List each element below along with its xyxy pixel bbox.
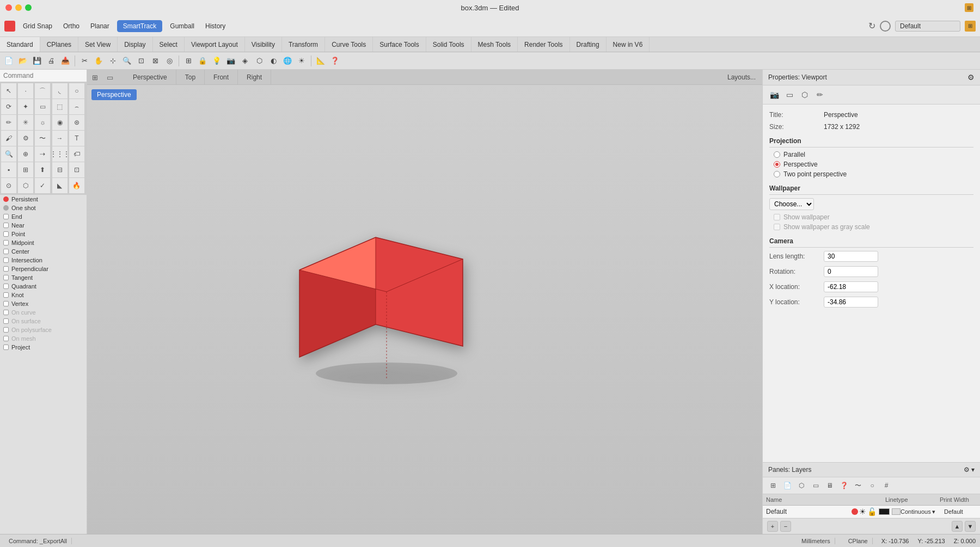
snap-knot[interactable]: Knot bbox=[0, 291, 87, 299]
paint-tool[interactable]: 🖌 bbox=[1, 131, 16, 146]
cube-tool[interactable]: ▪ bbox=[1, 162, 16, 177]
menu-tab-select[interactable]: Select bbox=[153, 37, 185, 52]
layouts-button[interactable]: Layouts... bbox=[721, 70, 762, 84]
curve2-tool[interactable]: 〜 bbox=[35, 131, 50, 146]
grid-icon[interactable]: ⊞ bbox=[182, 54, 195, 67]
panel-toggle-right[interactable]: ⊞ bbox=[965, 21, 976, 32]
menu-tab-setview[interactable]: Set View bbox=[78, 37, 118, 52]
minimize-button[interactable] bbox=[15, 4, 22, 11]
menu-tab-solid-tools[interactable]: Solid Tools bbox=[426, 37, 471, 52]
vp-tab-right[interactable]: Right bbox=[238, 70, 271, 84]
nodes-tool[interactable]: ⊕ bbox=[18, 146, 33, 162]
toolbar-smarttrack[interactable]: SmartTrack bbox=[117, 20, 163, 32]
snap-oncurve[interactable]: On curve bbox=[0, 308, 87, 317]
tag-tool[interactable]: 🏷 bbox=[69, 146, 84, 162]
menu-tab-surface-tools[interactable]: Surface Tools bbox=[373, 37, 426, 52]
layers-settings-icon[interactable]: ⚙ ▾ bbox=[964, 466, 975, 474]
trim-tool[interactable]: ◣ bbox=[52, 178, 68, 193]
snap-point[interactable]: Point bbox=[0, 230, 87, 238]
menu-tab-mesh-tools[interactable]: Mesh Tools bbox=[471, 37, 518, 52]
layer-box-icon[interactable]: ▭ bbox=[810, 480, 822, 491]
explode-tool[interactable]: ⇢ bbox=[35, 146, 50, 162]
arc-tool[interactable]: ⌢ bbox=[69, 99, 84, 114]
star-tool[interactable]: ✳ bbox=[18, 115, 33, 130]
snap-vertex[interactable]: Vertex bbox=[0, 299, 87, 308]
refresh-icon[interactable]: ↻ bbox=[868, 21, 875, 31]
table-tool[interactable]: ⊟ bbox=[52, 162, 68, 177]
command-field[interactable] bbox=[3, 72, 83, 79]
layer-hash-icon[interactable]: # bbox=[880, 480, 892, 491]
close-button[interactable] bbox=[5, 4, 12, 11]
zoom-all-icon[interactable]: ⊠ bbox=[149, 54, 162, 67]
search2-tool[interactable]: 🔍 bbox=[1, 146, 16, 162]
camera-prop-icon[interactable]: 📷 bbox=[768, 89, 780, 101]
rotation-input[interactable] bbox=[824, 266, 878, 277]
menu-tab-standard[interactable]: Standard bbox=[0, 37, 40, 52]
render-preview-icon[interactable]: ⬡ bbox=[253, 54, 266, 67]
torus-tool[interactable]: ⊛ bbox=[69, 115, 84, 130]
grid2-tool[interactable]: ⊡ bbox=[69, 162, 84, 177]
zoom-icon[interactable]: 🔍 bbox=[120, 54, 133, 67]
measure-icon[interactable]: 📐 bbox=[314, 54, 327, 67]
vp-tab-top[interactable]: Top bbox=[176, 70, 205, 84]
snap-perpendicular[interactable]: Perpendicular bbox=[0, 265, 87, 273]
select-icon[interactable]: ⊹ bbox=[106, 54, 119, 67]
lens-input[interactable] bbox=[824, 251, 878, 262]
push-tool[interactable]: ⬡ bbox=[18, 178, 33, 193]
viewport-box-icon[interactable]: ▭ bbox=[102, 70, 118, 85]
columns-tool[interactable]: ⋮⋮⋮ bbox=[52, 146, 68, 162]
snap-project[interactable]: Project bbox=[0, 343, 87, 352]
lock-icon[interactable]: 🔒 bbox=[196, 54, 209, 67]
select-tool[interactable]: ↖ bbox=[1, 83, 16, 99]
snap-intersection[interactable]: Intersection bbox=[0, 256, 87, 265]
dot-tool[interactable]: ⊙ bbox=[1, 178, 16, 193]
cube-prop-icon[interactable]: ⬡ bbox=[799, 89, 811, 101]
layer-curve-icon[interactable]: 〜 bbox=[852, 480, 864, 491]
layer-cube-icon[interactable]: ⬡ bbox=[795, 480, 807, 491]
light-icon[interactable]: 💡 bbox=[210, 54, 223, 67]
toolbar-planar[interactable]: Planar bbox=[87, 21, 113, 31]
up-btn[interactable]: ▲ bbox=[952, 521, 963, 532]
snap-tool[interactable]: ✦ bbox=[18, 99, 33, 114]
layer-default[interactable]: Default ☀ 🔓 Continuous ▾ Default bbox=[763, 506, 980, 518]
gear2-tool[interactable]: ⚙ bbox=[18, 131, 33, 146]
zebra-icon[interactable]: ◐ bbox=[267, 54, 280, 67]
xloc-input[interactable] bbox=[824, 281, 878, 292]
properties-settings-icon[interactable]: ⚙ bbox=[967, 73, 975, 82]
show-wallpaper-cb[interactable]: Show wallpaper bbox=[774, 213, 973, 221]
text-tool[interactable]: T bbox=[69, 131, 84, 146]
toolbar-gumball[interactable]: Gumball bbox=[167, 21, 198, 31]
mesh-tool[interactable]: ⊞ bbox=[18, 162, 33, 177]
layer-color-swatch[interactable] bbox=[879, 508, 890, 515]
point-tool[interactable]: · bbox=[18, 83, 33, 99]
sun-tool[interactable]: ☼ bbox=[35, 115, 50, 130]
curve-tool[interactable]: ◟ bbox=[52, 83, 68, 99]
environment-icon[interactable]: 🌐 bbox=[281, 54, 294, 67]
down-btn[interactable]: ▼ bbox=[965, 521, 976, 532]
viewport-grid-icon[interactable]: ⊞ bbox=[87, 70, 102, 85]
help-icon[interactable]: ❓ bbox=[328, 54, 341, 67]
sphere-tool[interactable]: ◉ bbox=[52, 115, 68, 130]
print-icon[interactable]: 🖨 bbox=[45, 54, 58, 67]
menu-tab-drafting[interactable]: Drafting bbox=[570, 37, 607, 52]
zoom-window-icon[interactable]: ⊡ bbox=[134, 54, 148, 67]
material-icon[interactable]: ◈ bbox=[238, 54, 252, 67]
record-icon[interactable] bbox=[880, 21, 891, 32]
snap-quadrant[interactable]: Quadrant bbox=[0, 282, 87, 291]
layer-question-icon[interactable]: ❓ bbox=[838, 480, 850, 491]
camera-icon[interactable]: 📷 bbox=[224, 54, 237, 67]
yloc-input[interactable] bbox=[824, 297, 878, 308]
toolbar-ortho[interactable]: Ortho bbox=[60, 21, 83, 31]
menu-tab-new-v6[interactable]: New in V6 bbox=[607, 37, 650, 52]
show-grayscale-cb[interactable]: Show wallpaper as gray scale bbox=[774, 223, 973, 231]
new-icon[interactable]: 📄 bbox=[2, 54, 15, 67]
draw-prop-icon[interactable]: ✏ bbox=[814, 89, 826, 101]
rect-prop-icon[interactable]: ▭ bbox=[783, 89, 795, 101]
rect-tool[interactable]: ▭ bbox=[35, 99, 50, 114]
radio-twopoint[interactable]: Two point perspective bbox=[774, 170, 973, 178]
flame-tool[interactable]: 🔥 bbox=[69, 178, 84, 193]
remove-layer-btn[interactable]: − bbox=[780, 521, 791, 532]
layer-ellipse-icon[interactable]: ○ bbox=[866, 480, 878, 491]
layer-stack-icon[interactable]: ⊞ bbox=[767, 480, 779, 491]
viewport-canvas[interactable]: Perspective bbox=[87, 85, 762, 534]
